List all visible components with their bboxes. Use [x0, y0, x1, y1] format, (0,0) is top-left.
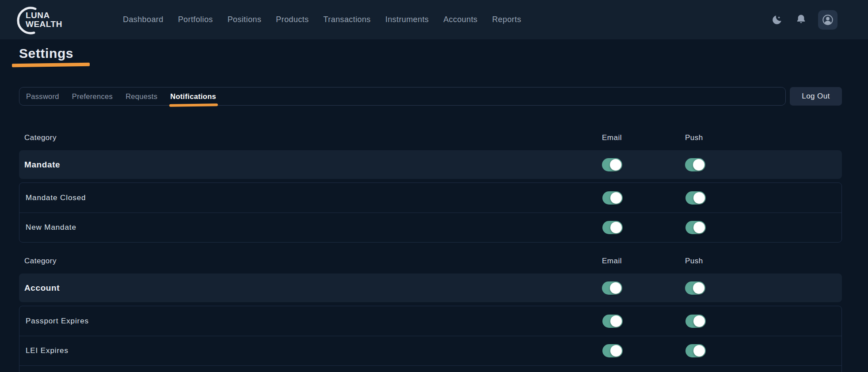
- notification-rows-group: Passport Expires LEI Expires: [19, 306, 842, 372]
- toggle-knob: [610, 159, 621, 171]
- notification-row-lei-expires: LEI Expires: [19, 336, 841, 365]
- main-nav: Dashboard Portfolios Positions Products …: [123, 15, 521, 24]
- group-label: Account: [24, 283, 60, 293]
- tab-password[interactable]: Password: [26, 91, 59, 102]
- push-column-header: Push: [685, 133, 703, 142]
- row-label: Passport Expires: [26, 317, 89, 326]
- nav-item-dashboard[interactable]: Dashboard: [123, 15, 164, 24]
- toggle-knob: [693, 315, 705, 327]
- top-navigation-bar: LUNA WEALTH Dashboard Portfolios Positio…: [0, 0, 868, 39]
- category-column-header: Category: [19, 133, 57, 142]
- notification-row-partially-visible: [19, 365, 841, 372]
- settings-tabs: Password Preferences Requests Notificati…: [19, 87, 786, 106]
- push-toggle[interactable]: [685, 158, 705, 171]
- topbar-actions: [770, 10, 838, 30]
- toggle-knob: [610, 192, 622, 204]
- push-toggle[interactable]: [685, 191, 706, 205]
- email-column-header: Email: [602, 257, 622, 266]
- tab-requests[interactable]: Requests: [126, 91, 157, 102]
- log-out-button[interactable]: Log Out: [790, 87, 842, 106]
- category-group-row-account: Account: [19, 273, 842, 302]
- nav-item-transactions[interactable]: Transactions: [324, 15, 371, 24]
- email-toggle[interactable]: [602, 281, 622, 295]
- push-toggle[interactable]: [685, 315, 706, 328]
- toggle-knob: [693, 222, 705, 233]
- nav-item-reports[interactable]: Reports: [492, 15, 521, 24]
- group-label: Mandate: [24, 160, 60, 170]
- user-avatar-button[interactable]: [818, 10, 838, 30]
- email-toggle[interactable]: [602, 221, 623, 234]
- tab-notifications[interactable]: Notifications: [170, 91, 216, 102]
- title-accent-underline: [12, 63, 90, 67]
- active-tab-underline: [169, 103, 218, 107]
- row-label: Mandate Closed: [26, 194, 86, 202]
- tab-preferences[interactable]: Preferences: [72, 91, 113, 102]
- section-header: Category Email Push: [19, 130, 842, 146]
- logo-text: LUNA WEALTH: [26, 11, 62, 29]
- category-group-row-mandate: Mandate: [19, 150, 842, 179]
- email-column-header: Email: [602, 133, 622, 142]
- notifications-bell-icon[interactable]: [794, 13, 807, 27]
- push-column-header: Push: [685, 257, 703, 266]
- nav-item-accounts[interactable]: Accounts: [443, 15, 477, 24]
- row-label: LEI Expires: [26, 346, 69, 355]
- push-toggle[interactable]: [685, 344, 706, 357]
- nav-item-positions[interactable]: Positions: [228, 15, 262, 24]
- notification-row-passport-expires: Passport Expires: [19, 306, 841, 336]
- email-toggle[interactable]: [602, 158, 622, 171]
- nav-item-products[interactable]: Products: [276, 15, 308, 24]
- toggle-knob: [693, 345, 705, 357]
- notification-rows-group: Mandate Closed New Mandate: [19, 182, 842, 243]
- push-toggle[interactable]: [685, 281, 705, 295]
- toggle-knob: [610, 222, 622, 233]
- settings-page: Settings Password Preferences Requests N…: [0, 46, 868, 372]
- toggle-knob: [610, 282, 621, 294]
- email-toggle[interactable]: [602, 344, 623, 357]
- luna-wealth-logo[interactable]: LUNA WEALTH: [13, 5, 84, 34]
- page-title: Settings: [19, 46, 842, 61]
- toggle-knob: [693, 159, 704, 171]
- nav-item-instruments[interactable]: Instruments: [385, 15, 429, 24]
- push-toggle[interactable]: [685, 221, 706, 234]
- section-header: Category Email Push: [19, 253, 842, 269]
- dark-mode-moon-icon[interactable]: [770, 13, 784, 27]
- row-label: New Mandate: [26, 223, 76, 232]
- email-toggle[interactable]: [602, 315, 623, 328]
- notification-row-new-mandate: New Mandate: [19, 213, 841, 242]
- toggle-knob: [693, 192, 705, 204]
- tabs-row: Password Preferences Requests Notificati…: [19, 87, 842, 106]
- category-column-header: Category: [19, 257, 57, 266]
- user-avatar-icon: [822, 14, 834, 26]
- email-toggle[interactable]: [602, 191, 623, 205]
- nav-item-portfolios[interactable]: Portfolios: [178, 15, 213, 24]
- tab-notifications-label: Notifications: [170, 92, 216, 100]
- toggle-knob: [610, 315, 622, 327]
- toggle-knob: [693, 282, 704, 294]
- notification-row-mandate-closed: Mandate Closed: [19, 183, 841, 213]
- toggle-knob: [610, 345, 622, 357]
